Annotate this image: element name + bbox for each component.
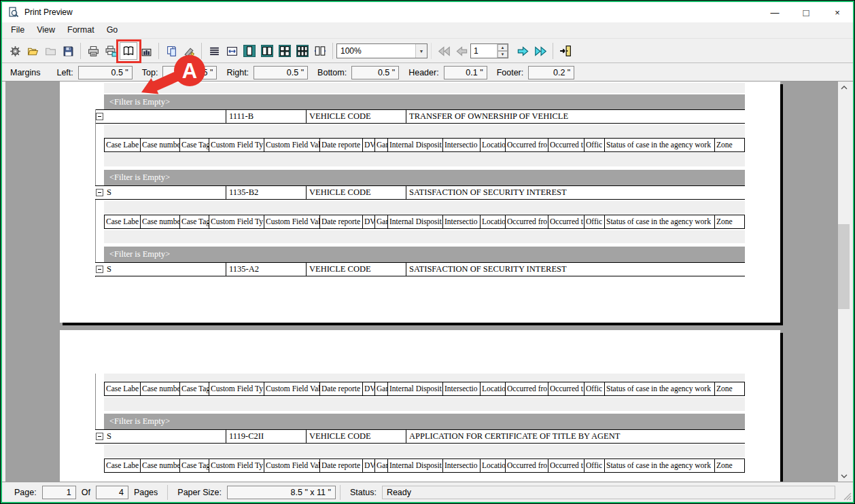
watermark-bars-icon bbox=[141, 46, 152, 57]
exit-door-icon bbox=[559, 45, 572, 57]
gear-icon bbox=[10, 46, 21, 57]
status-separator bbox=[340, 485, 341, 500]
column-header-cell: Custom Field Val bbox=[264, 139, 320, 151]
save-button[interactable] bbox=[59, 42, 77, 60]
spin-down-icon[interactable]: ▼ bbox=[498, 51, 508, 58]
margin-input[interactable] bbox=[529, 67, 574, 79]
detail-band bbox=[104, 201, 745, 214]
margin-input-box bbox=[254, 66, 308, 79]
four-page-view-button[interactable] bbox=[276, 42, 294, 60]
copy-button[interactable] bbox=[162, 42, 180, 60]
group-label bbox=[104, 110, 226, 123]
page-number-input[interactable] bbox=[471, 44, 497, 58]
margin-input[interactable] bbox=[254, 67, 307, 79]
margin-input[interactable] bbox=[444, 67, 487, 79]
watermark-button[interactable] bbox=[137, 42, 155, 60]
whole-page-button[interactable] bbox=[241, 42, 258, 60]
column-header-cell: Zone bbox=[715, 215, 745, 228]
print-setup-button[interactable] bbox=[102, 42, 120, 60]
zoom-combobox[interactable]: 100% ▼ bbox=[336, 43, 428, 58]
column-header-row: Case LabeCase numbeCase TagCustom Field … bbox=[104, 382, 745, 396]
column-header-cell: Custom Field Ty bbox=[209, 139, 264, 151]
column-header-cell: Offic bbox=[584, 382, 605, 395]
column-header-cell: Case Labe bbox=[105, 382, 141, 395]
first-page-button[interactable] bbox=[435, 42, 453, 60]
resize-grip-icon[interactable] bbox=[842, 491, 852, 501]
page-width-button[interactable] bbox=[223, 42, 241, 60]
column-header-cell: Zone bbox=[715, 139, 745, 151]
collapse-icon bbox=[96, 189, 103, 196]
group-desc: SATISFACTION OF SECURITY INTEREST bbox=[406, 263, 745, 276]
menu-bar: FileViewFormatGo bbox=[2, 22, 853, 39]
total-pages-box: 4 bbox=[96, 486, 128, 499]
column-header-cell: Occurred t bbox=[548, 459, 584, 472]
column-header-cell: Custom Field Val bbox=[264, 382, 320, 395]
scroll-up-button[interactable] bbox=[838, 82, 850, 93]
toolbar-separator bbox=[553, 43, 553, 59]
column-header-cell: Occurred fro bbox=[506, 139, 548, 151]
window-title: Print Preview bbox=[24, 7, 73, 17]
annotate-button[interactable] bbox=[180, 42, 198, 60]
menu-item[interactable]: File bbox=[5, 22, 31, 38]
column-header-cell: Case Tag bbox=[180, 215, 209, 228]
prev-page-button[interactable] bbox=[453, 42, 470, 60]
settings-button[interactable] bbox=[6, 42, 24, 60]
two-page-view-button[interactable] bbox=[258, 42, 276, 60]
minimize-button[interactable]: — bbox=[759, 2, 790, 22]
maximize-button[interactable]: □ bbox=[790, 2, 822, 22]
next-page-button[interactable] bbox=[514, 42, 531, 60]
folder-closed-button[interactable] bbox=[41, 42, 59, 60]
open-report-button[interactable] bbox=[24, 42, 41, 60]
column-header-cell: DV bbox=[363, 139, 375, 151]
toolbar-separator bbox=[201, 43, 202, 59]
text-view-button[interactable] bbox=[205, 42, 223, 60]
book-view-button[interactable] bbox=[120, 42, 137, 60]
column-header-cell: Internal Disposit bbox=[388, 139, 443, 151]
margin-field-label: Right: bbox=[226, 68, 249, 77]
margin-field-label: Header: bbox=[408, 68, 438, 77]
column-header-cell: Status of case in the agency work bbox=[605, 382, 715, 395]
close-button[interactable]: × bbox=[822, 2, 853, 22]
margin-input[interactable] bbox=[79, 67, 132, 79]
chevron-down-icon[interactable]: ▼ bbox=[415, 44, 427, 58]
facing-pages-button[interactable] bbox=[311, 42, 329, 60]
folder-open-icon bbox=[27, 46, 39, 57]
menu-item[interactable]: View bbox=[31, 22, 61, 38]
column-header-cell: Intersectio bbox=[443, 459, 481, 472]
margin-input[interactable] bbox=[352, 67, 398, 79]
group-desc: APPLICATION FOR CERTIFICATE OF TITLE BY … bbox=[406, 430, 745, 443]
column-header-cell: Occurred fro bbox=[506, 459, 548, 472]
collapse-icon bbox=[96, 113, 103, 120]
report-page-2: Case LabeCase numbeCase TagCustom Field … bbox=[60, 330, 780, 482]
close-preview-button[interactable] bbox=[557, 42, 574, 60]
column-header-cell: Case numbe bbox=[141, 215, 180, 228]
column-header-cell: Case numbe bbox=[141, 459, 180, 472]
folder-closed-icon bbox=[45, 46, 56, 57]
scrollbar-thumb[interactable] bbox=[838, 224, 850, 309]
spin-up-icon[interactable]: ▲ bbox=[498, 44, 508, 51]
vertical-scrollbar[interactable] bbox=[838, 82, 850, 482]
group-type: VEHICLE CODE bbox=[307, 110, 406, 123]
next-page-icon bbox=[517, 45, 529, 58]
column-header-cell: Intersectio bbox=[443, 139, 481, 151]
toolbar-separator bbox=[158, 43, 159, 59]
column-header-cell: Status of case in the agency work bbox=[605, 215, 715, 228]
margin-field-label: Top: bbox=[142, 68, 158, 77]
last-page-button[interactable] bbox=[531, 42, 549, 60]
chevron-up-icon bbox=[841, 86, 848, 90]
print-preview-icon bbox=[8, 7, 19, 18]
detail-band bbox=[104, 397, 745, 411]
scroll-down-button[interactable] bbox=[838, 470, 850, 482]
group-label: S bbox=[104, 430, 226, 443]
column-header-cell: Date reporte bbox=[320, 459, 363, 472]
print-button[interactable] bbox=[84, 42, 102, 60]
group-code: 1135-B2 bbox=[226, 186, 307, 199]
margin-input[interactable] bbox=[163, 67, 216, 79]
six-page-view-button[interactable] bbox=[294, 42, 311, 60]
menu-item[interactable]: Go bbox=[101, 22, 124, 38]
filter-empty-band: <Filter is Empty> bbox=[104, 170, 745, 185]
menu-item[interactable]: Format bbox=[61, 22, 101, 38]
paper-size-label: Paper Size: bbox=[177, 488, 222, 497]
detail-band bbox=[104, 374, 745, 382]
four-pages-icon bbox=[279, 45, 291, 57]
